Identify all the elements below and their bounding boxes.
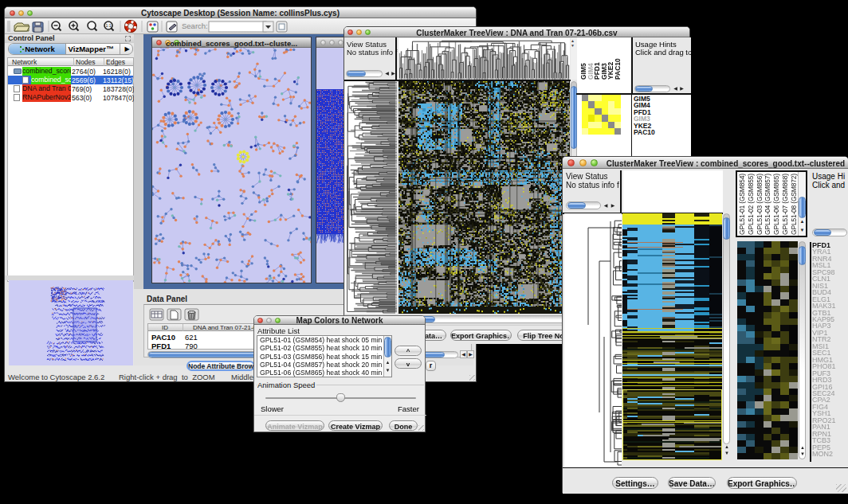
svg-text:Search:: Search:	[182, 21, 208, 30]
svg-text:1:1: 1:1	[106, 23, 112, 28]
